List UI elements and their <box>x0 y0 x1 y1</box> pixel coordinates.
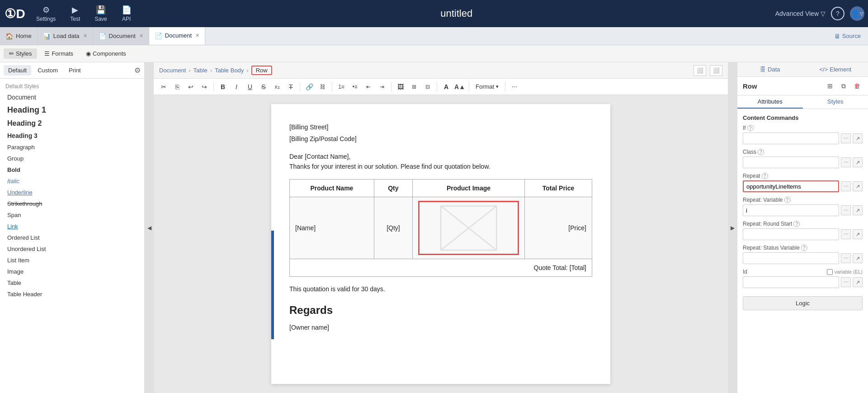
class-help-icon[interactable]: ? <box>758 149 764 155</box>
rp-tab-styles[interactable]: Styles <box>803 95 868 109</box>
style-item-document[interactable]: Document <box>0 91 144 103</box>
if-help-icon[interactable]: ? <box>747 125 754 131</box>
style-item-heading2[interactable]: Heading 2 <box>0 117 144 130</box>
unlink-button[interactable]: ⛓ <box>316 81 329 93</box>
table-header-product-name[interactable]: Product Name <box>290 179 374 197</box>
style-item-group[interactable]: Group <box>0 153 144 164</box>
styles-tab-print[interactable]: Print <box>64 65 85 76</box>
style-item-list-item[interactable]: List Item <box>0 255 144 266</box>
save-button[interactable]: 💾 Save <box>88 2 113 25</box>
insert-image-button[interactable]: 🖼 <box>394 81 407 93</box>
link-button[interactable]: 🔗 <box>303 81 316 93</box>
style-item-span[interactable]: Span <box>0 209 144 221</box>
id-link-button[interactable]: ↗ <box>853 277 863 287</box>
redo-button[interactable]: ↪ <box>198 81 211 93</box>
style-item-table[interactable]: Table <box>0 277 144 289</box>
tab-document2-close[interactable]: ✕ <box>195 33 199 38</box>
user-avatar[interactable]: 👤 ▽ <box>850 6 864 21</box>
style-item-paragraph[interactable]: Paragraph <box>0 142 144 153</box>
left-panel-collapse[interactable]: ◀ <box>145 62 154 393</box>
style-item-bold[interactable]: Bold <box>0 164 144 175</box>
repeat-round-start-help-icon[interactable]: ? <box>793 221 800 227</box>
styles-tab-default[interactable]: Default <box>4 65 31 76</box>
source-tab[interactable]: 🖥 Source <box>827 27 868 45</box>
repeat-round-start-input[interactable] <box>743 228 839 240</box>
right-panel-collapse[interactable]: ▶ <box>728 62 737 393</box>
intro-line[interactable]: Thanks for your interest in our solution… <box>289 161 592 171</box>
id-expand-button[interactable]: ⋯ <box>841 277 851 287</box>
table-footer-total[interactable]: Quote Total: [Total] <box>290 259 592 276</box>
table-header-product-image[interactable]: Product Image <box>412 179 524 197</box>
style-item-underline[interactable]: Underline <box>0 187 144 198</box>
strikeout2-button[interactable]: T̶ <box>284 81 297 93</box>
breadcrumb-table[interactable]: Table <box>193 67 208 74</box>
bg-color-button[interactable]: A▲ <box>453 81 466 93</box>
rp-delete-icon[interactable]: 🗑 <box>852 80 863 91</box>
element-tab[interactable]: </> Element <box>803 62 868 76</box>
tab-home[interactable]: 🏠 Home <box>0 27 38 45</box>
repeat-help-icon[interactable]: ? <box>762 173 768 179</box>
repeat-round-start-expand-button[interactable]: ⋯ <box>841 229 851 239</box>
repeat-round-start-link-button[interactable]: ↗ <box>853 229 863 239</box>
if-expand-button[interactable]: ⋯ <box>841 133 851 143</box>
subscript-button[interactable]: x₂ <box>271 81 283 93</box>
sec-tab-components[interactable]: ◉ Components <box>80 48 132 59</box>
style-item-link[interactable]: Link <box>0 221 144 232</box>
tab-document2[interactable]: 📄 Document ✕ <box>149 27 205 45</box>
repeat-status-variable-expand-button[interactable]: ⋯ <box>841 253 851 263</box>
if-link-button[interactable]: ↗ <box>853 133 863 143</box>
view-split-button[interactable]: ⬜ <box>710 65 722 76</box>
repeat-link-button[interactable]: ↗ <box>853 181 863 191</box>
class-expand-button[interactable]: ⋯ <box>841 157 851 167</box>
table-header-qty[interactable]: Qty <box>374 179 412 197</box>
logic-button[interactable]: Logic <box>743 296 863 310</box>
style-item-table-header[interactable]: Table Header <box>0 289 144 300</box>
repeat-status-variable-link-button[interactable]: ↗ <box>853 253 863 263</box>
rp-tab-attributes[interactable]: Attributes <box>737 95 803 109</box>
tab-document1[interactable]: 📄 Document ✕ <box>93 27 149 45</box>
strikethrough-button[interactable]: S <box>257 81 270 93</box>
style-item-ordered-list[interactable]: Ordered List <box>0 232 144 243</box>
insert-table-button[interactable]: ⊞ <box>408 81 420 93</box>
sec-tab-formats[interactable]: ☰ Formats <box>39 48 79 59</box>
indent-less-button[interactable]: ⇤ <box>362 81 375 93</box>
repeat-status-variable-input[interactable] <box>743 252 839 264</box>
id-input[interactable] <box>743 276 839 288</box>
breadcrumb-table-body[interactable]: Table Body <box>215 67 244 74</box>
breadcrumb-document[interactable]: Document <box>159 67 186 74</box>
sec-tab-styles[interactable]: ✏ Styles <box>4 48 37 59</box>
tab-load-data[interactable]: 📊 Load data ✕ <box>38 27 93 45</box>
repeat-variable-help-icon[interactable]: ? <box>784 197 791 203</box>
advanced-view-button[interactable]: Advanced View ▽ <box>775 10 826 17</box>
indent-more-button[interactable]: ⇥ <box>376 81 388 93</box>
format-label[interactable]: Format ▾ <box>472 82 502 91</box>
billing-street[interactable]: [Billing Street] <box>289 122 592 132</box>
test-button[interactable]: ▶ Test <box>64 2 86 25</box>
tab-document1-close[interactable]: ✕ <box>139 33 143 39</box>
table-cell-name[interactable]: [Name] <box>290 197 374 259</box>
class-input[interactable] <box>743 156 839 168</box>
table-header-total-price[interactable]: Total Price <box>525 179 592 197</box>
rp-split-icon[interactable]: ⊞ <box>825 80 835 91</box>
billing-zip[interactable]: [Billing Zip/Postal Code] <box>289 134 592 144</box>
copy-button[interactable]: ⎘ <box>171 81 184 93</box>
repeat-variable-input[interactable] <box>743 204 839 216</box>
font-color-button[interactable]: A <box>440 81 453 93</box>
table-cell-qty[interactable]: [Qty] <box>374 197 412 259</box>
table-cell-price[interactable]: [Price] <box>525 197 592 259</box>
repeat-variable-expand-button[interactable]: ⋯ <box>841 205 851 215</box>
cut-button[interactable]: ✂ <box>157 81 170 93</box>
style-item-strikethrough[interactable]: Strikethrough <box>0 198 144 209</box>
rp-copy-icon[interactable]: ⧉ <box>838 80 849 91</box>
style-item-image[interactable]: Image <box>0 266 144 277</box>
italic-button[interactable]: I <box>230 81 243 93</box>
settings-button[interactable]: ⚙ Settings <box>30 2 62 25</box>
styles-gear-button[interactable]: ⚙ <box>134 66 141 75</box>
help-button[interactable]: ? <box>831 7 844 20</box>
underline-button[interactable]: U <box>244 81 256 93</box>
bold-button[interactable]: B <box>217 81 229 93</box>
style-item-heading3[interactable]: Heading 3 <box>0 130 144 142</box>
data-tab[interactable]: 🗄 Data <box>737 62 803 76</box>
more-button[interactable]: ⋯ <box>508 81 521 93</box>
styles-tab-custom[interactable]: Custom <box>33 65 62 76</box>
